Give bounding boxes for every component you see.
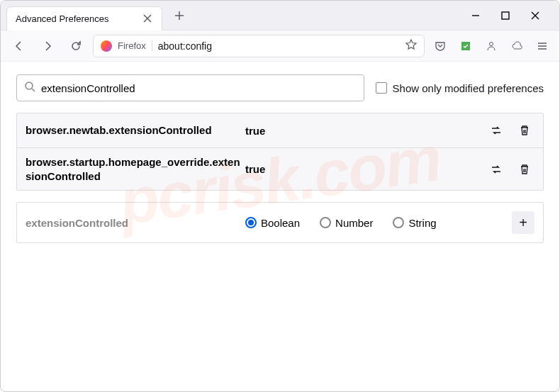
radio-label: Boolean <box>261 217 300 229</box>
cloud-icon[interactable] <box>507 36 527 56</box>
nav-toolbar: Firefox about:config <box>1 30 559 62</box>
search-box[interactable] <box>16 74 364 101</box>
account-icon[interactable] <box>481 36 501 56</box>
filter-checkbox[interactable] <box>376 82 387 94</box>
search-icon <box>24 81 35 95</box>
radio-input[interactable] <box>393 217 404 228</box>
new-tab-button[interactable] <box>169 6 189 26</box>
filter-checkbox-wrap[interactable]: Show only modified preferences <box>376 82 544 94</box>
type-radios: Boolean Number String <box>245 217 512 229</box>
radio-string[interactable]: String <box>393 217 436 229</box>
url-brand: Firefox <box>118 40 152 51</box>
radio-number[interactable]: Number <box>320 217 373 229</box>
reload-button[interactable] <box>65 35 87 57</box>
url-text: about:config <box>158 40 400 52</box>
svg-point-2 <box>490 42 493 45</box>
preference-row[interactable]: browser.startup.homepage_override.extens… <box>17 148 543 190</box>
titlebar: Advanced Preferences <box>1 1 559 30</box>
radio-label: Number <box>335 217 373 229</box>
preference-actions <box>486 121 534 140</box>
add-preference-name: extensionControlled <box>26 217 245 229</box>
preference-name: browser.newtab.extensionControlled <box>26 123 245 138</box>
extension-icon[interactable] <box>456 36 476 56</box>
toggle-icon[interactable] <box>486 159 506 179</box>
pocket-icon[interactable] <box>430 36 450 56</box>
delete-icon[interactable] <box>515 159 534 179</box>
firefox-logo-icon <box>101 40 112 52</box>
preference-value: true <box>245 125 486 137</box>
preference-value: true <box>245 163 486 175</box>
maximize-button[interactable] <box>498 9 513 23</box>
preference-actions <box>486 159 534 179</box>
radio-boolean[interactable]: Boolean <box>245 217 300 229</box>
search-row: Show only modified preferences <box>16 74 544 101</box>
tab-title: Advanced Preferences <box>16 13 142 24</box>
radio-input[interactable] <box>245 217 257 228</box>
menu-button[interactable] <box>532 36 552 56</box>
close-tab-icon[interactable] <box>142 13 153 24</box>
radio-input[interactable] <box>320 217 331 228</box>
add-button[interactable]: + <box>512 211 534 234</box>
search-input[interactable] <box>41 82 357 94</box>
delete-icon[interactable] <box>515 121 534 140</box>
svg-point-3 <box>26 82 33 89</box>
window-controls <box>469 9 554 23</box>
add-preference-row: extensionControlled Boolean Number Strin… <box>16 202 544 243</box>
minimize-button[interactable] <box>469 9 483 23</box>
filter-checkbox-label: Show only modified preferences <box>393 82 544 94</box>
url-bar[interactable]: Firefox about:config <box>93 35 425 57</box>
preference-row[interactable]: browser.newtab.extensionControlled true <box>17 113 543 148</box>
content-area: pcrisk.com Show only modified preference… <box>1 62 559 256</box>
preference-list: browser.newtab.extensionControlled true … <box>16 113 544 191</box>
bookmark-star-icon[interactable] <box>405 39 417 53</box>
svg-rect-0 <box>502 12 509 19</box>
radio-label: String <box>408 217 436 229</box>
preference-name: browser.startup.homepage_override.extens… <box>26 155 245 183</box>
browser-tab[interactable]: Advanced Preferences <box>6 6 162 30</box>
toggle-icon[interactable] <box>486 121 506 140</box>
forward-button[interactable] <box>36 35 59 57</box>
close-window-button[interactable] <box>528 9 542 23</box>
back-button[interactable] <box>8 35 30 57</box>
